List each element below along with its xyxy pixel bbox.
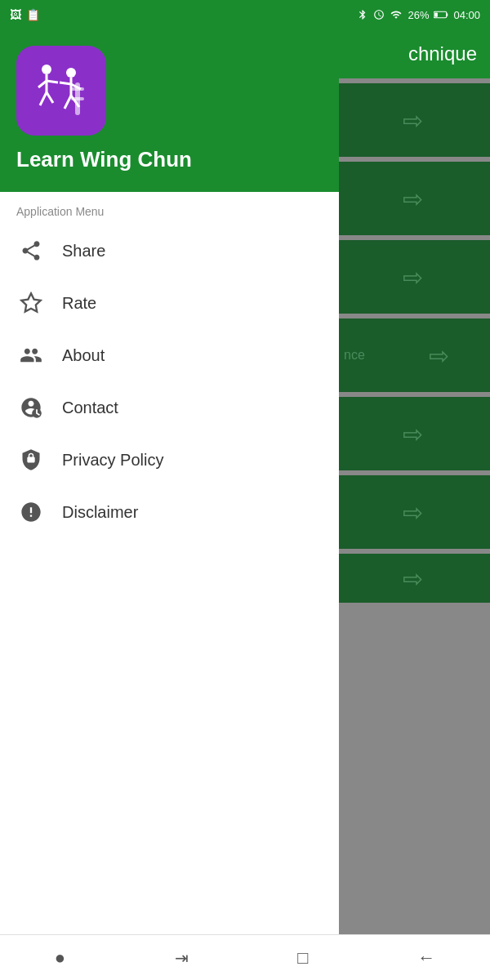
svg-rect-16: [71, 87, 84, 91]
disclaimer-icon: [16, 497, 46, 527]
drawer: Learn Wing Chun Application Menu Share R…: [0, 29, 339, 934]
bg-list-item-4: nce ⇨: [336, 318, 490, 392]
nav-home[interactable]: □: [297, 947, 308, 969]
about-label: About: [62, 346, 105, 365]
drawer-header: Learn Wing Chun: [0, 29, 339, 192]
menu-item-contact[interactable]: Contact: [0, 381, 339, 434]
arrow-icon-3: ⇨: [403, 263, 423, 292]
bg-list-item-2: ⇨: [336, 162, 490, 235]
signal-icon: [390, 9, 403, 20]
bg-list-item-1: ⇨: [336, 83, 490, 157]
svg-line-7: [40, 92, 47, 105]
bg-list-item-5: ⇨: [336, 397, 490, 470]
svg-point-3: [42, 65, 51, 74]
arrow-icon-5: ⇨: [403, 420, 423, 448]
arrow-icon-6: ⇨: [403, 498, 423, 527]
nav-back[interactable]: ←: [417, 947, 435, 969]
contact-icon: [16, 393, 46, 422]
nav-bar: ● ⇥ □ ←: [0, 934, 490, 980]
share-icon: [16, 236, 46, 265]
alarm-icon: [373, 9, 385, 20]
bg-list-item-6: ⇨: [336, 475, 490, 549]
bluetooth-icon: [357, 9, 368, 20]
arrow-icon-2: ⇨: [403, 185, 423, 213]
svg-rect-2: [435, 12, 439, 16]
menu-item-privacy[interactable]: Privacy Policy: [0, 434, 339, 486]
bg-top-bar-text: chnique: [408, 42, 477, 65]
svg-line-11: [60, 82, 71, 84]
menu-item-rate[interactable]: Rate: [0, 277, 339, 329]
calendar-icon: 📋: [26, 8, 40, 21]
svg-point-9: [66, 68, 76, 78]
menu-list: Share Rate About: [0, 225, 339, 934]
nav-task-switcher[interactable]: ⇥: [175, 948, 189, 968]
svg-rect-1: [447, 13, 448, 16]
disclaimer-label: Disclaimer: [62, 503, 138, 522]
bg-list-item-4-text: nce: [344, 348, 365, 363]
svg-line-6: [47, 81, 58, 82]
battery-percentage: 26%: [408, 9, 429, 21]
menu-label: Application Menu: [0, 192, 339, 225]
app-logo: [16, 46, 106, 136]
nav-recent-apps[interactable]: ●: [55, 947, 65, 969]
arrow-icon-7: ⇨: [403, 564, 423, 593]
arrow-icon-4: ⇨: [429, 341, 449, 370]
menu-item-disclaimer[interactable]: Disclaimer: [0, 486, 339, 538]
gallery-icon: 🖼: [10, 8, 21, 21]
bg-list-item-3: ⇨: [336, 240, 490, 314]
menu-item-share[interactable]: Share: [0, 225, 339, 277]
status-bar: 🖼 📋 26% 04:00: [0, 0, 490, 29]
battery-icon: [434, 10, 448, 20]
bg-list: ⇨ ⇨ ⇨ nce ⇨ ⇨ ⇨ ⇨: [331, 78, 490, 608]
svg-marker-18: [21, 293, 40, 311]
time: 04:00: [453, 9, 480, 21]
svg-rect-17: [71, 97, 84, 100]
svg-line-13: [65, 96, 71, 109]
app-title: Learn Wing Chun: [16, 147, 192, 172]
menu-item-about[interactable]: About: [0, 329, 339, 381]
rate-icon: [16, 288, 46, 318]
status-left-icons: 🖼 📋: [10, 8, 40, 21]
rate-label: Rate: [62, 294, 96, 313]
bg-list-item-7: ⇨: [336, 554, 490, 603]
about-icon: [16, 341, 46, 370]
arrow-icon-1: ⇨: [403, 106, 423, 135]
share-label: Share: [62, 242, 105, 261]
privacy-icon: [16, 445, 46, 474]
svg-line-8: [47, 92, 53, 103]
status-right-icons: 26% 04:00: [357, 9, 480, 21]
contact-label: Contact: [62, 399, 118, 417]
privacy-label: Privacy Policy: [62, 451, 163, 470]
